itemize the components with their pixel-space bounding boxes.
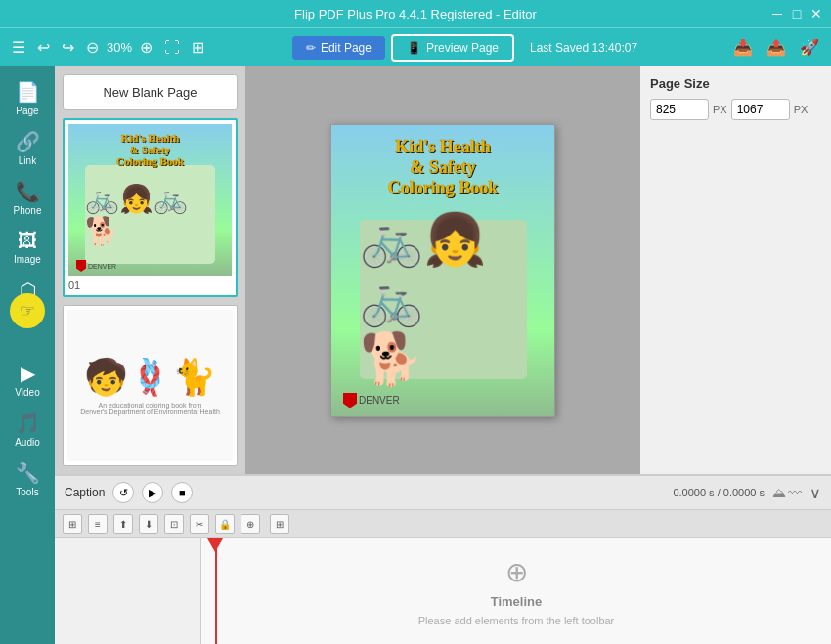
small-cover-2: 🧒🪢🐈 An educational coloring book fromDen… xyxy=(67,310,233,461)
sidebar-item-phone[interactable]: 📞 Phone xyxy=(3,174,52,222)
preview-page-label: Preview Page xyxy=(426,41,499,55)
timeline-left-panel xyxy=(55,538,201,644)
last-saved-label: Last Saved 13:40:07 xyxy=(530,41,637,55)
undo-icon[interactable]: ↩ xyxy=(33,34,54,61)
phone-icon: 📞 xyxy=(16,180,40,203)
denver-logo-1: DENVER xyxy=(76,260,116,272)
timeline-collapse-button[interactable]: ∨ xyxy=(809,484,821,502)
timeline-center-sub: Please add elements from the left toolba… xyxy=(418,615,615,626)
main: 📄 Page 🔗 Link 📞 Phone 🖼 Image ⬡ Shape ☞ … xyxy=(0,66,831,644)
sidebar-label-audio: Audio xyxy=(15,437,40,448)
export-icon[interactable]: 📤 xyxy=(763,34,790,61)
tl-btn-8[interactable]: ⊕ xyxy=(241,514,260,534)
canvas-denver-text: DENVER xyxy=(359,395,400,406)
tl-btn-7[interactable]: 🔒 xyxy=(215,514,235,534)
sidebar-label-link: Link xyxy=(19,155,36,166)
center-buttons: ✏ Edit Page 📱 Preview Page Last Saved 13… xyxy=(292,34,637,62)
tl-btn-2[interactable]: ≡ xyxy=(88,514,108,534)
sidebar-item-audio[interactable]: 🎵 Audio xyxy=(3,406,52,453)
preview-page-button[interactable]: 📱 Preview Page xyxy=(391,34,514,62)
new-blank-page-label: New Blank Page xyxy=(103,85,197,100)
denver-shield-icon xyxy=(76,260,86,272)
rewind-button[interactable]: ↺ xyxy=(112,482,134,503)
tl-btn-3[interactable]: ⬆ xyxy=(113,514,133,534)
publish-icon[interactable]: 🚀 xyxy=(796,34,823,61)
sidebar-item-video[interactable]: ▶ Video xyxy=(3,356,52,404)
tl-row-btn[interactable]: ⊞ xyxy=(270,514,289,534)
toolbar-right-icons: 📥 📤 🚀 xyxy=(729,34,823,61)
stop-button[interactable]: ■ xyxy=(171,482,193,503)
tl-btn-5[interactable]: ⊡ xyxy=(164,514,184,534)
minimize-button[interactable]: ─ xyxy=(770,7,784,21)
sidebar-label-phone: Phone xyxy=(14,205,42,216)
titlebar-controls: ─ □ ✕ xyxy=(770,7,823,21)
canvas-area: Kid's Health& SafetyColoring Book 🚲👧🚲🐕 D… xyxy=(245,66,640,474)
caption-label: Caption xyxy=(65,486,105,499)
edit-page-icon: ✏ xyxy=(306,41,316,55)
preview-icon: 📱 xyxy=(407,41,421,55)
zoom-control: 30% xyxy=(107,40,132,55)
edit-page-button[interactable]: ✏ Edit Page xyxy=(292,36,385,60)
timeline-content: ⊕ Timeline Please add elements from the … xyxy=(55,538,831,644)
pages-panel: New Blank Page Kid's Health& SafetyColor… xyxy=(55,66,245,474)
page-number-1: 01 xyxy=(68,279,232,291)
time-display: 0.0000 s / 0.0000 s xyxy=(673,487,765,498)
timeline-icons: ⛰ 〰 xyxy=(772,485,802,500)
app-title: Flip PDF Plus Pro 4.4.1 Registered - Edi… xyxy=(294,7,537,21)
timeline-right-panel: ⊕ Timeline Please add elements from the … xyxy=(201,538,831,644)
canvas-denver-shield xyxy=(343,393,357,408)
page-thumbnail-1[interactable]: Kid's Health& SafetyColoring Book 🚲👧🚲🐕 D… xyxy=(63,118,238,297)
sidebar-item-image[interactable]: 🖼 Image xyxy=(3,224,52,271)
page-size-title: Page Size xyxy=(650,76,821,91)
height-unit: PX xyxy=(794,104,809,115)
canvas-cover-image: 🚲👧🚲🐕 xyxy=(360,220,527,380)
edit-page-label: Edit Page xyxy=(321,41,372,55)
sidebar-item-shape[interactable]: ⬡ Shape ☞ xyxy=(3,273,52,321)
play-button[interactable]: ▶ xyxy=(142,482,163,503)
sidebar-label-tools: Tools xyxy=(16,487,38,497)
timeline-toolbar: ⊞ ≡ ⬆ ⬇ ⊡ ✂ 🔒 ⊕ ⊞ xyxy=(55,510,831,538)
content-area: New Blank Page Kid's Health& SafetyColor… xyxy=(55,66,831,644)
sidebar-item-link[interactable]: 🔗 Link xyxy=(3,124,52,172)
height-input[interactable] xyxy=(731,99,790,120)
grid-icon[interactable]: ⊞ xyxy=(188,34,208,61)
mountain-icon: ⛰ xyxy=(772,485,786,500)
close-button[interactable]: ✕ xyxy=(809,7,823,21)
sidebar-label-video: Video xyxy=(15,387,39,398)
width-input[interactable] xyxy=(650,99,709,120)
top-content: New Blank Page Kid's Health& SafetyColor… xyxy=(55,66,831,474)
page-thumb-inner-2: 🧒🪢🐈 An educational coloring book fromDen… xyxy=(67,310,233,461)
page-thumb-inner-1: Kid's Health& SafetyColoring Book 🚲👧🚲🐕 D… xyxy=(68,124,232,276)
tools-icon: 🔧 xyxy=(16,461,40,485)
sidebar-item-tools[interactable]: 🔧 Tools xyxy=(3,455,52,503)
zoom-out-icon[interactable]: ⊖ xyxy=(82,34,103,61)
canvas-cover-title: Kid's Health& SafetyColoring Book xyxy=(342,137,543,198)
zoom-in-icon[interactable]: ⊕ xyxy=(136,34,156,61)
small-cover-figure-2: 🧒🪢🐈 xyxy=(84,357,216,398)
tl-btn-4[interactable]: ⬇ xyxy=(139,514,158,534)
canvas-page: Kid's Health& SafetyColoring Book 🚲👧🚲🐕 D… xyxy=(330,124,555,417)
new-blank-page-button[interactable]: New Blank Page xyxy=(63,74,238,110)
timeline-center-icon: ⊕ xyxy=(505,556,528,588)
page-thumbnail-2[interactable]: 🧒🪢🐈 An educational coloring book fromDen… xyxy=(63,305,238,466)
maximize-button[interactable]: □ xyxy=(790,7,804,21)
link-icon: 🔗 xyxy=(16,130,40,153)
tl-btn-6[interactable]: ✂ xyxy=(190,514,209,534)
canvas-book-cover: Kid's Health& SafetyColoring Book 🚲👧🚲🐕 D… xyxy=(331,125,554,416)
book-cover-1: Kid's Health& SafetyColoring Book 🚲👧🚲🐕 D… xyxy=(68,124,232,276)
sidebar-label-page: Page xyxy=(16,106,38,116)
tl-btn-1[interactable]: ⊞ xyxy=(63,514,82,534)
shape-cursor-indicator: ☞ xyxy=(10,293,45,328)
menu-icon[interactable]: ☰ xyxy=(8,34,29,61)
left-sidebar: 📄 Page 🔗 Link 📞 Phone 🖼 Image ⬡ Shape ☞ … xyxy=(0,66,55,644)
toolbar: ☰ ↩ ↪ ⊖ 30% ⊕ ⛶ ⊞ ✏ Edit Page 📱 Preview … xyxy=(0,27,831,66)
canvas-denver-logo: DENVER xyxy=(343,393,400,408)
zoom-value: 30% xyxy=(107,40,132,55)
sidebar-item-page[interactable]: 📄 Page xyxy=(3,74,52,122)
import-icon[interactable]: 📥 xyxy=(729,34,757,61)
fit-screen-icon[interactable]: ⛶ xyxy=(160,35,184,61)
page-size-row: PX PX xyxy=(650,99,821,120)
redo-icon[interactable]: ↪ xyxy=(58,34,78,61)
audio-icon: 🎵 xyxy=(16,411,40,435)
small-cover-text-2: An educational coloring book fromDenver'… xyxy=(80,402,220,415)
